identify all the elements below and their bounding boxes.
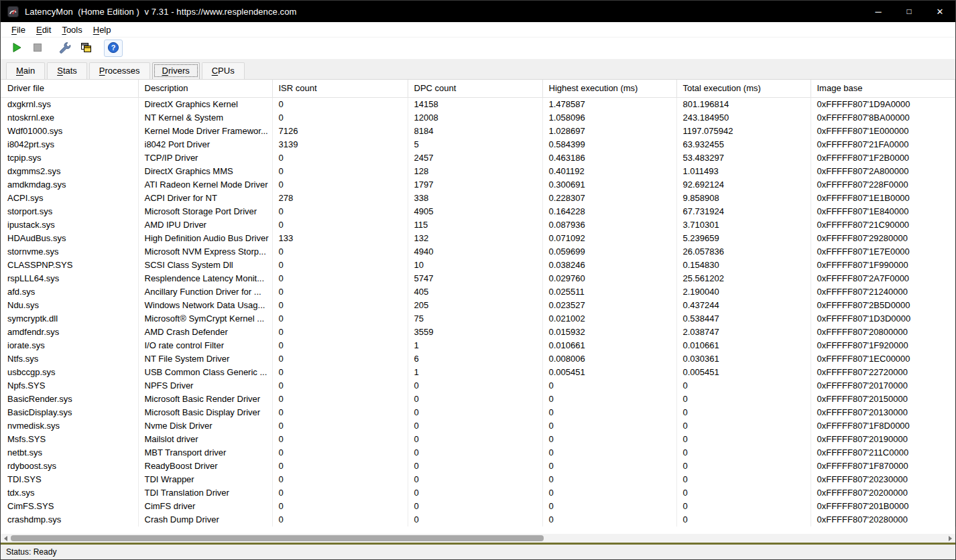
table-row[interactable]: CimFS.SYSCimFS driver00000xFFFFF807'201B… [1,500,955,513]
table-cell: USB Common Class Generic ... [138,366,272,379]
table-cell: 1 [408,339,542,352]
scroll-left-arrow[interactable] [1,534,11,543]
table-cell: TDI Translation Driver [138,486,272,500]
column-header-3[interactable]: DPC count [408,80,542,97]
table-cell: 0 [272,473,408,486]
table-cell: 0.008006 [542,352,676,366]
table-cell: 0xFFFFF807'1D3D0000 [811,312,955,326]
table-cell: 0 [542,393,676,406]
column-header-4[interactable]: Highest execution (ms) [542,80,676,97]
table-cell: 0 [676,473,811,486]
table-cell: 0xFFFFF807'1F8D0000 [811,419,955,433]
minimize-button[interactable]: ─ [863,1,894,22]
table-row[interactable]: Ndu.sysWindows Network Data Usag...02050… [1,299,955,312]
table-row[interactable]: tcpip.sysTCP/IP Driver024570.46318653.48… [1,151,955,165]
report-button[interactable] [76,40,95,57]
table-cell: 7126 [272,125,408,138]
menu-file[interactable]: File [6,23,31,36]
column-header-6[interactable]: Image base [811,80,955,97]
table-row[interactable]: rspLLL64.sysResplendence Latency Monit..… [1,272,955,285]
table-row[interactable]: ntoskrnl.exeNT Kernel & System0120081.05… [1,111,955,125]
table-row[interactable]: rdyboost.sysReadyBoost Driver00000xFFFFF… [1,460,955,473]
stop-monitor-button[interactable] [28,40,47,57]
table-cell: 278 [272,192,408,205]
menu-edit[interactable]: Edit [31,23,56,36]
table-row[interactable]: BasicRender.sysMicrosoft Basic Render Dr… [1,393,955,406]
table-row[interactable]: CLASSPNP.SYSSCSI Class System Dll0100.03… [1,259,955,272]
table-row[interactable]: Ntfs.sysNT File System Driver060.0080060… [1,352,955,366]
table-header-row: Driver fileDescriptionISR countDPC count… [1,80,955,97]
table-cell: stornvme.sys [1,245,138,259]
table-row[interactable]: BasicDisplay.sysMicrosoft Basic Display … [1,406,955,419]
table-cell: 92.692124 [676,178,811,192]
table-cell: Resplendence Latency Monit... [138,272,272,285]
table-cell: I/O rate control Filter [138,339,272,352]
table-cell: 0 [542,500,676,513]
table-cell: 0 [272,406,408,419]
table-row[interactable]: Wdf01000.sysKernel Mode Driver Framewor.… [1,125,955,138]
menu-tools[interactable]: Tools [56,23,87,36]
table-row[interactable]: TDI.SYSTDI Wrapper00000xFFFFF807'2023000… [1,473,955,486]
start-monitor-button[interactable] [7,40,26,57]
table-cell: 0xFFFFF807'1F2B0000 [811,151,955,165]
table-cell: Microsoft Storage Port Driver [138,205,272,218]
menu-help[interactable]: Help [88,23,117,36]
table-row[interactable]: netbt.sysMBT Transport driver00000xFFFFF… [1,446,955,460]
table-row[interactable]: Npfs.SYSNPFS Driver00000xFFFFF807'201700… [1,379,955,393]
table-cell: 1197.075942 [676,125,811,138]
table-row[interactable]: dxgkrnl.sysDirectX Graphics Kernel014158… [1,97,955,111]
horizontal-scrollbar[interactable] [1,534,955,543]
scroll-right-arrow[interactable] [945,534,955,543]
table-row[interactable]: iorate.sysI/O rate control Filter010.010… [1,339,955,352]
table-cell: 0 [272,272,408,285]
table-cell: 0.030361 [676,352,811,366]
table-cell: 0 [272,151,408,165]
tab-stats[interactable]: Stats [47,62,87,79]
table-cell: 0 [676,393,811,406]
app-icon[interactable] [7,6,19,17]
table-row[interactable]: amdkmdag.sysATI Radeon Kernel Mode Drive… [1,178,955,192]
table-row[interactable]: storport.sysMicrosoft Storage Port Drive… [1,205,955,218]
scrollbar-thumb[interactable] [11,535,544,541]
scrollbar-track[interactable] [11,534,945,543]
table-cell: 3.710301 [676,218,811,232]
table-row[interactable]: usbccgp.sysUSB Common Class Generic ...0… [1,366,955,379]
help-icon: ? [107,42,119,56]
table-row[interactable]: amdfendr.sysAMD Crash Defender035590.015… [1,326,955,339]
table-cell: 0 [272,486,408,500]
options-button[interactable] [56,40,74,57]
tab-main[interactable]: Main [6,62,45,79]
table-row[interactable]: stornvme.sysMicrosoft NVM Express Storp.… [1,245,955,259]
table-cell: crashdmp.sys [1,513,138,527]
table-cell: 26.057836 [676,245,811,259]
table-row[interactable]: dxgmms2.sysDirectX Graphics MMS01280.401… [1,165,955,178]
table-row[interactable]: Msfs.SYSMailslot driver00000xFFFFF807'20… [1,433,955,446]
table-cell: 0 [676,500,811,513]
table-cell: netbt.sys [1,446,138,460]
table-cell: 0 [542,379,676,393]
column-header-5[interactable]: Total execution (ms) [676,80,811,97]
table-row[interactable]: afd.sysAncillary Function Driver for ...… [1,285,955,299]
column-header-0[interactable]: Driver file [1,80,138,97]
table-cell: 2.190040 [676,285,811,299]
tab-cpus[interactable]: CPUs [202,62,245,79]
table-cell: TDI Wrapper [138,473,272,486]
table-row[interactable]: HDAudBus.sysHigh Definition Audio Bus Dr… [1,232,955,245]
table-row[interactable]: nvmedisk.sysNvme Disk Driver00000xFFFFF8… [1,419,955,433]
table-cell: 0 [676,379,811,393]
table-row[interactable]: i8042prt.sysi8042 Port Driver313950.5843… [1,138,955,151]
table-row[interactable]: symcryptk.dllMicrosoft® SymCrypt Kernel … [1,312,955,326]
table-row[interactable]: ACPI.sysACPI Driver for NT2783380.228307… [1,192,955,205]
tab-processes[interactable]: Processes [89,62,150,79]
column-header-1[interactable]: Description [138,80,272,97]
tab-drivers[interactable]: Drivers [152,62,200,79]
close-button[interactable]: ✕ [924,1,955,22]
column-header-2[interactable]: ISR count [272,80,408,97]
table-row[interactable]: crashdmp.sysCrash Dump Driver00000xFFFFF… [1,513,955,527]
table-row[interactable]: ipustack.sysAMD IPU Driver01150.0879363.… [1,218,955,232]
table-row[interactable]: tdx.sysTDI Translation Driver00000xFFFFF… [1,486,955,500]
table-cell: 0 [408,419,542,433]
help-button[interactable]: ? [104,40,123,57]
status-text: Status: Ready [6,547,56,557]
maximize-button[interactable]: □ [894,1,924,22]
